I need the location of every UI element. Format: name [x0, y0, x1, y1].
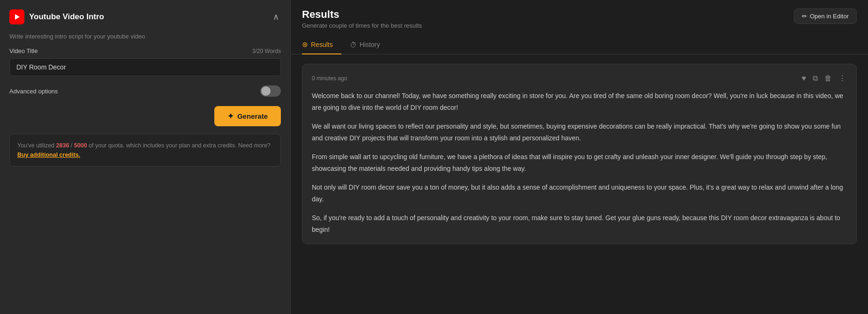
results-tab-label: Results	[311, 41, 333, 48]
video-title-input[interactable]	[9, 58, 281, 76]
card-header: 0 minutes ago ♥ ⧉ 🗑 ⋮	[312, 73, 847, 84]
video-title-label: Video Title	[9, 47, 38, 54]
buy-credits-link[interactable]: Buy additional credits.	[17, 152, 80, 158]
history-tab-icon: ⏱	[350, 41, 357, 49]
collapse-button[interactable]: ∧	[271, 10, 281, 24]
edit-icon: ✏	[802, 13, 807, 20]
result-paragraph-4: Not only will DIY room decor save you a …	[312, 182, 847, 205]
generate-btn-wrapper: ✦ Generate	[9, 106, 281, 126]
card-actions: ♥ ⧉ 🗑 ⋮	[801, 73, 847, 84]
open-editor-button[interactable]: ✏ Open in Editor	[794, 8, 857, 24]
right-header: Results Generate couple of times for the…	[291, 0, 868, 29]
panel-title: Youtube Video Intro	[29, 12, 104, 22]
more-options-button[interactable]: ⋮	[838, 73, 847, 84]
quota-used: 2836	[56, 142, 69, 149]
advanced-options-label: Advanced options	[9, 88, 58, 95]
quota-text-before: You've utilized	[17, 142, 56, 149]
quota-box: You've utilized 2836 / 5000 of your quot…	[9, 134, 281, 167]
result-paragraph-3: From simple wall art to upcycling old fu…	[312, 151, 847, 174]
left-panel: Youtube Video Intro ∧ Write interesting …	[0, 0, 291, 314]
advanced-options-toggle[interactable]	[260, 85, 281, 97]
field-label-row: Video Title 3/20 Words	[9, 47, 281, 54]
advanced-options-row: Advanced options	[9, 84, 281, 99]
tab-results[interactable]: ⊛ Results	[302, 36, 341, 54]
copy-button[interactable]: ⧉	[812, 73, 819, 84]
panel-header: Youtube Video Intro ∧	[9, 9, 281, 24]
results-tab-icon: ⊛	[302, 40, 308, 49]
quota-total: 5000	[74, 142, 87, 149]
history-tab-label: History	[360, 41, 380, 48]
tab-history[interactable]: ⏱ History	[350, 36, 389, 54]
result-paragraph-2: We all want our living spaces to reflect…	[312, 121, 847, 144]
results-subtitle: Generate couple of times for the best re…	[302, 22, 422, 29]
video-title-section: Video Title 3/20 Words	[9, 47, 281, 76]
result-paragraph-1: Welcome back to our channel! Today, we h…	[312, 90, 847, 113]
right-panel: Results Generate couple of times for the…	[291, 0, 868, 314]
quota-separator: /	[69, 142, 74, 149]
panel-title-row: Youtube Video Intro	[9, 9, 104, 24]
results-title: Results	[302, 8, 422, 21]
generate-icon: ✦	[227, 112, 234, 121]
open-editor-label: Open in Editor	[810, 13, 849, 20]
tabs-row: ⊛ Results ⏱ History	[291, 36, 868, 54]
word-count: 3/20 Words	[252, 48, 281, 54]
quota-text-after: of your quota, which includes your plan …	[87, 142, 271, 149]
result-text: Welcome back to our channel! Today, we h…	[312, 90, 847, 235]
card-timestamp: 0 minutes ago	[312, 75, 347, 82]
results-header-left: Results Generate couple of times for the…	[302, 8, 422, 29]
result-card: 0 minutes ago ♥ ⧉ 🗑 ⋮ Welcome back to ou…	[302, 64, 857, 244]
generate-button[interactable]: ✦ Generate	[214, 106, 281, 126]
panel-title-group: Youtube Video Intro	[29, 12, 104, 22]
results-content: 0 minutes ago ♥ ⧉ 🗑 ⋮ Welcome back to ou…	[291, 54, 868, 314]
result-paragraph-5: So, if you're ready to add a touch of pe…	[312, 212, 847, 235]
panel-subtitle: Write interesting intro script for your …	[9, 33, 281, 40]
delete-button[interactable]: 🗑	[823, 73, 833, 84]
like-button[interactable]: ♥	[801, 73, 808, 84]
youtube-icon	[9, 9, 24, 24]
generate-label: Generate	[237, 112, 268, 120]
